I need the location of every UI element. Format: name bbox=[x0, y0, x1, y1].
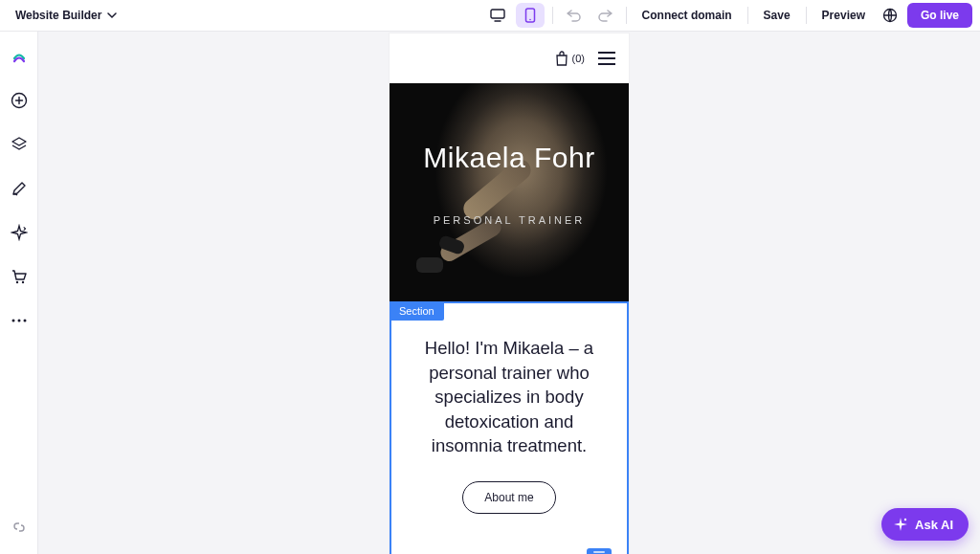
connect-domain-button[interactable]: Connect domain bbox=[635, 5, 740, 26]
hero-section[interactable]: Mikaela Fohr PERSONAL TRAINER bbox=[390, 83, 629, 301]
divider bbox=[552, 7, 553, 24]
sidebar-ai-button[interactable] bbox=[4, 217, 34, 248]
divider bbox=[806, 7, 807, 24]
selected-section[interactable]: Section Hello! I'm Mikaela – a personal … bbox=[390, 301, 629, 554]
mobile-view-button[interactable] bbox=[516, 3, 545, 28]
logo-icon bbox=[11, 49, 28, 64]
section-resize-handle[interactable] bbox=[587, 548, 612, 554]
ask-ai-label: Ask AI bbox=[915, 518, 953, 532]
sidebar-help-button[interactable] bbox=[4, 512, 34, 543]
about-me-button[interactable]: About me bbox=[462, 481, 555, 514]
undo-icon bbox=[567, 9, 582, 22]
pen-icon bbox=[11, 180, 28, 197]
svg-rect-0 bbox=[491, 10, 504, 18]
sidebar-more-button[interactable] bbox=[4, 305, 34, 336]
menu-button[interactable] bbox=[598, 52, 615, 65]
link-icon bbox=[11, 520, 27, 535]
svg-point-2 bbox=[529, 19, 531, 21]
redo-button[interactable] bbox=[591, 3, 618, 28]
mobile-preview-frame: (0) Mikaela Fohr PERSONAL TRAINER Sectio… bbox=[390, 33, 629, 554]
desktop-view-button[interactable] bbox=[483, 3, 512, 28]
app-title: Website Builder bbox=[15, 9, 101, 22]
sidebar-store-button[interactable] bbox=[4, 261, 34, 292]
more-icon bbox=[11, 319, 27, 322]
layers-icon bbox=[11, 136, 28, 153]
device-toggle-group bbox=[483, 3, 545, 28]
bag-icon bbox=[555, 51, 568, 66]
section-intro-text[interactable]: Hello! I'm Mikaela – a personal trainer … bbox=[409, 336, 610, 458]
sidebar-logo[interactable] bbox=[4, 41, 34, 72]
cart-button[interactable]: (0) bbox=[555, 51, 585, 66]
divider bbox=[626, 7, 627, 24]
left-sidebar bbox=[0, 32, 38, 554]
cart-icon bbox=[11, 268, 28, 285]
svg-point-7 bbox=[11, 320, 14, 322]
canvas[interactable]: (0) Mikaela Fohr PERSONAL TRAINER Sectio… bbox=[38, 32, 980, 554]
svg-point-5 bbox=[15, 281, 17, 283]
plus-circle-icon bbox=[11, 92, 28, 109]
go-live-button[interactable]: Go live bbox=[907, 3, 972, 28]
section-badge[interactable]: Section bbox=[390, 301, 444, 321]
sidebar-layers-button[interactable] bbox=[4, 129, 34, 160]
sparkle-icon bbox=[11, 224, 28, 241]
divider bbox=[747, 7, 748, 24]
save-button[interactable]: Save bbox=[756, 5, 798, 26]
mobile-icon bbox=[524, 8, 536, 23]
topbar: Website Builder Connect domain Save Prev… bbox=[0, 0, 980, 32]
chevron-down-icon bbox=[107, 11, 117, 20]
ask-ai-button[interactable]: Ask AI bbox=[881, 508, 969, 541]
hamburger-icon bbox=[598, 52, 615, 54]
globe-icon bbox=[882, 8, 898, 23]
svg-point-10 bbox=[904, 519, 906, 521]
topbar-actions: Connect domain Save Preview Go live bbox=[483, 3, 972, 28]
hero-title[interactable]: Mikaela Fohr bbox=[423, 142, 594, 174]
sidebar-style-button[interactable] bbox=[4, 173, 34, 204]
sidebar-add-button[interactable] bbox=[4, 85, 34, 116]
language-button[interactable] bbox=[877, 3, 903, 28]
undo-button[interactable] bbox=[561, 3, 588, 28]
svg-point-9 bbox=[23, 320, 26, 322]
app-switcher[interactable]: Website Builder bbox=[8, 9, 117, 22]
svg-point-8 bbox=[17, 320, 20, 322]
hero-subtitle[interactable]: PERSONAL TRAINER bbox=[434, 214, 586, 226]
preview-button[interactable]: Preview bbox=[814, 5, 873, 26]
site-header: (0) bbox=[390, 33, 629, 83]
redo-icon bbox=[597, 9, 612, 22]
desktop-icon bbox=[490, 9, 505, 22]
svg-point-6 bbox=[21, 281, 23, 283]
cart-count-label: (0) bbox=[572, 53, 585, 64]
sparkle-icon bbox=[893, 517, 908, 532]
